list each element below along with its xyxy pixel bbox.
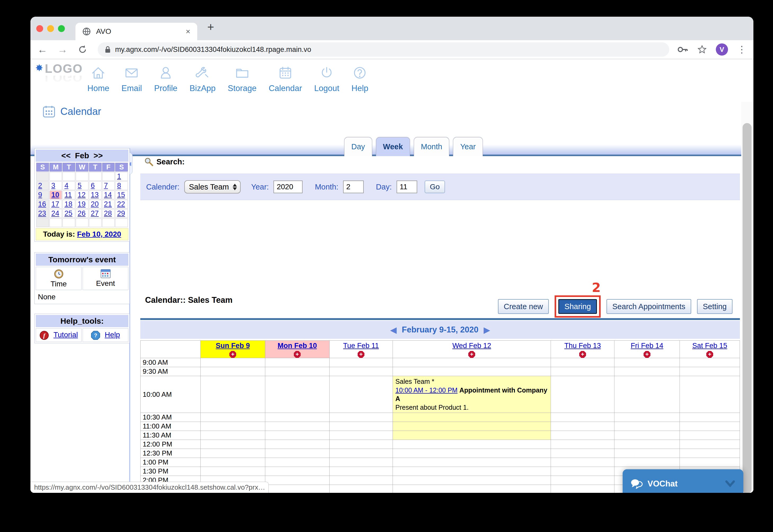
mini-day-cell[interactable]: 21 <box>102 200 115 209</box>
time-slot[interactable] <box>393 449 551 458</box>
mini-day-cell[interactable]: 11 <box>62 191 75 199</box>
time-slot[interactable] <box>551 458 614 467</box>
time-slot[interactable] <box>551 440 614 449</box>
mini-day-link[interactable]: 15 <box>117 191 125 199</box>
time-slot[interactable] <box>551 467 614 476</box>
mini-day-cell[interactable]: 15 <box>115 191 128 199</box>
mini-day-cell[interactable]: 27 <box>89 209 102 218</box>
page-scrollbar[interactable] <box>741 102 753 493</box>
day-input[interactable] <box>397 181 417 193</box>
time-slot[interactable] <box>680 358 740 367</box>
tab-day[interactable]: Day <box>344 137 372 156</box>
time-slot[interactable] <box>329 476 393 485</box>
vochat-widget[interactable]: VOChat <box>623 469 743 493</box>
close-tab-icon[interactable]: × <box>186 27 190 36</box>
prev-week-icon[interactable]: ◀ <box>390 325 397 335</box>
time-slot[interactable] <box>329 376 393 413</box>
close-window-button[interactable] <box>36 25 43 32</box>
add-appointment-icon[interactable]: + <box>644 351 650 358</box>
day-header-link[interactable]: Mon Feb 10 <box>277 342 317 350</box>
mini-day-cell[interactable]: 28 <box>102 209 115 218</box>
browser-menu-icon[interactable]: ⋮ <box>737 44 747 55</box>
add-appointment-icon[interactable]: + <box>358 351 365 358</box>
mini-day-link[interactable]: 18 <box>64 200 72 208</box>
add-appointment-icon[interactable]: + <box>468 351 475 358</box>
time-slot[interactable] <box>551 367 614 376</box>
nav-item-email[interactable]: Email <box>122 65 142 93</box>
time-slot[interactable] <box>393 431 551 440</box>
mini-day-link[interactable]: 26 <box>78 209 86 217</box>
time-slot[interactable] <box>200 467 265 476</box>
search-appointments-button[interactable]: Search Appointments <box>606 299 691 314</box>
calendar-select[interactable]: Sales Team <box>184 180 241 193</box>
add-appointment-icon[interactable]: + <box>294 351 301 358</box>
mini-day-link[interactable]: 24 <box>51 209 59 217</box>
scrollbar-thumb[interactable] <box>743 123 752 493</box>
nav-item-logout[interactable]: Logout <box>314 65 339 93</box>
add-appointment-icon[interactable]: + <box>706 351 713 358</box>
password-key-icon[interactable] <box>677 45 688 54</box>
mini-day-link[interactable]: 11 <box>64 191 72 199</box>
nav-item-home[interactable]: Home <box>87 65 109 93</box>
time-slot[interactable] <box>680 458 740 467</box>
time-slot[interactable] <box>680 376 740 413</box>
mini-day-link[interactable]: 17 <box>51 200 59 208</box>
mini-day-cell[interactable]: 24 <box>50 209 62 218</box>
mini-day-link[interactable]: 2 <box>38 182 42 190</box>
forward-button[interactable]: → <box>57 44 68 55</box>
time-slot[interactable] <box>614 449 680 458</box>
time-slot[interactable] <box>393 358 551 367</box>
create-new-button[interactable]: Create new <box>498 299 549 314</box>
time-slot[interactable] <box>329 458 393 467</box>
mini-day-link[interactable]: 4 <box>64 182 68 190</box>
mini-day-cell[interactable]: 4 <box>62 181 75 190</box>
mini-day-cell[interactable]: 20 <box>89 200 102 209</box>
time-slot[interactable] <box>265 422 329 431</box>
mini-day-link[interactable]: 19 <box>78 200 86 208</box>
next-week-icon[interactable]: ▶ <box>484 325 490 335</box>
time-slot[interactable] <box>329 431 393 440</box>
time-slot[interactable] <box>551 422 614 431</box>
sharing-button[interactable]: Sharing <box>558 299 597 314</box>
time-slot[interactable] <box>265 449 329 458</box>
time-slot[interactable] <box>614 367 680 376</box>
mini-day-cell[interactable]: 18 <box>62 200 75 209</box>
time-slot[interactable] <box>329 449 393 458</box>
time-slot[interactable] <box>680 413 740 422</box>
time-slot[interactable] <box>393 467 551 476</box>
mini-day-cell[interactable]: 14 <box>102 191 115 199</box>
time-slot[interactable] <box>614 413 680 422</box>
time-slot[interactable] <box>265 358 329 367</box>
time-slot[interactable] <box>393 413 551 422</box>
new-tab-button[interactable]: + <box>207 20 214 34</box>
day-header-link[interactable]: Thu Feb 13 <box>564 342 601 350</box>
add-appointment-icon[interactable]: + <box>579 351 586 358</box>
time-slot[interactable] <box>551 485 614 493</box>
time-slot[interactable] <box>200 367 265 376</box>
go-button[interactable]: Go <box>425 181 445 193</box>
time-slot[interactable] <box>614 358 680 367</box>
nav-item-calendar[interactable]: Calendar <box>269 65 302 93</box>
mini-day-link[interactable]: 23 <box>38 209 46 217</box>
nav-item-profile[interactable]: Profile <box>154 65 177 93</box>
nav-item-storage[interactable]: Storage <box>228 65 257 93</box>
time-slot[interactable] <box>393 458 551 467</box>
time-slot[interactable] <box>200 440 265 449</box>
mini-day-cell[interactable]: 10 <box>50 191 62 199</box>
time-slot[interactable] <box>551 376 614 413</box>
tutorial-link[interactable]: Tutorial <box>53 331 78 339</box>
mini-day-cell[interactable]: 9 <box>36 191 49 199</box>
mini-day-link[interactable]: 22 <box>117 200 125 208</box>
time-slot[interactable] <box>614 422 680 431</box>
time-slot[interactable] <box>200 458 265 467</box>
today-date-link[interactable]: Feb 10, 2020 <box>77 230 121 238</box>
mini-day-cell[interactable]: 6 <box>89 181 102 190</box>
mini-day-link[interactable]: 10 <box>51 191 59 199</box>
time-slot[interactable] <box>614 431 680 440</box>
time-slot[interactable] <box>265 413 329 422</box>
mini-day-cell[interactable]: 23 <box>36 209 49 218</box>
nav-item-help[interactable]: Help <box>352 65 368 93</box>
time-slot[interactable] <box>393 422 551 431</box>
mini-day-link[interactable]: 5 <box>78 182 82 190</box>
url-bar[interactable]: my.agnx.com/-/vo/SID600313304fokiuzokcl1… <box>98 42 669 57</box>
